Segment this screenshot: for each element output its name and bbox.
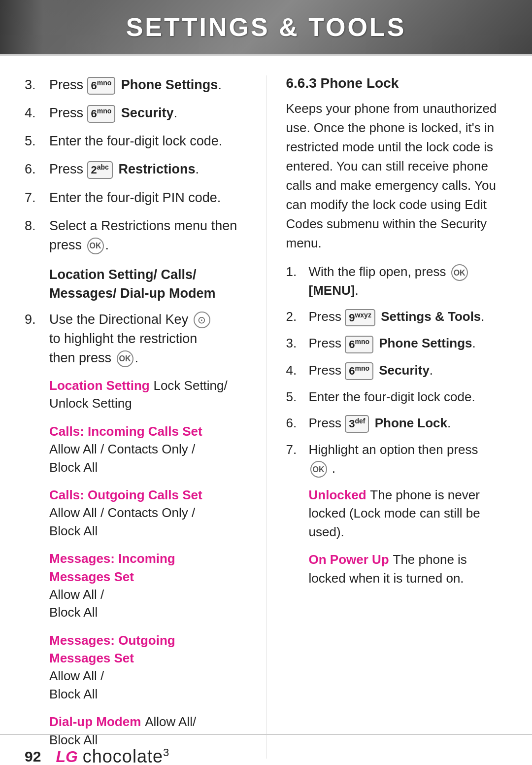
r-step-4-num: 4.: [286, 361, 309, 380]
step-4-num: 4.: [25, 104, 49, 123]
sub-text-calls-incoming: Allow All / Contacts Only /Block All: [49, 440, 246, 476]
brand-logo: LG chocolate3: [56, 746, 169, 765]
page-title: SETTINGS & TOOLS: [126, 12, 406, 42]
step-7-num: 7.: [25, 188, 49, 208]
ok-icon-r7: OK: [310, 461, 327, 478]
brand-name-text: chocolate3: [83, 746, 169, 765]
section-intro: Keeps your phone from unauthorized use. …: [286, 99, 508, 253]
option-label-unlocked: Unlocked: [309, 487, 366, 502]
step-8: 8. Select a Restrictions menu then press…: [25, 216, 246, 255]
r-step-2: 2. Press 9wxyz Settings & Tools.: [286, 308, 508, 326]
step-9: 9. Use the Directional Key ⊙ to highligh…: [25, 310, 246, 368]
step-5-num: 5.: [25, 132, 49, 151]
ok-icon-2: OK: [117, 350, 133, 367]
sub-label-calls-outgoing: Calls: Outgoing Calls Set: [49, 486, 246, 504]
subsection-messages-outgoing: Messages: OutgoingMessages Set Allow All…: [49, 631, 246, 703]
r-step-2-num: 2.: [286, 308, 309, 326]
header-photo: [0, 0, 108, 54]
step-7: 7. Enter the four-digit PIN code.: [25, 188, 246, 208]
page-header: SETTINGS & TOOLS: [0, 0, 532, 54]
subsection-location-setting: Location Setting Lock Setting/ Unlock Se…: [49, 377, 246, 413]
option-on-power-up: On Power Up The phone is locked when it …: [309, 551, 508, 588]
option-unlocked: Unlocked The phone is never locked (Lock…: [309, 486, 508, 542]
key-6mno-1: 6mno: [87, 77, 116, 95]
step-8-num: 8.: [25, 216, 49, 255]
step-5: 5. Enter the four-digit lock code.: [25, 132, 246, 151]
step-6-num: 6.: [25, 160, 49, 179]
r-step-2-content: Press 9wxyz Settings & Tools.: [309, 308, 485, 326]
step-3: 3. Press 6mno Phone Settings.: [25, 75, 246, 95]
step-3-num: 3.: [25, 75, 49, 95]
key-3def: 3def: [345, 415, 369, 433]
key-6mno-2: 6mno: [87, 105, 116, 123]
key-2abc: 2abc: [87, 161, 113, 179]
left-column: 3. Press 6mno Phone Settings. 4. Press 6…: [25, 75, 246, 759]
section-heading-location: Location Setting/ Calls/Messages/ Dial-u…: [49, 266, 246, 303]
step-9-content: Use the Directional Key ⊙ to highlight t…: [49, 310, 212, 368]
ok-icon-1: OK: [87, 238, 104, 254]
main-content: 3. Press 6mno Phone Settings. 4. Press 6…: [0, 56, 532, 765]
page-footer: 92 LG chocolate3: [0, 734, 532, 765]
subsection-messages-incoming: Messages: IncomingMessages Set Allow All…: [49, 550, 246, 622]
r-step-6-content: Press 3def Phone Lock.: [309, 414, 451, 433]
r-step-7: 7. Highlight an option then press OK .: [286, 441, 508, 478]
sub-text-calls-outgoing: Allow All / Contacts Only /Block All: [49, 504, 246, 540]
sub-label-messages-outgoing: Messages: OutgoingMessages Set: [49, 631, 246, 667]
step-8-content: Select a Restrictions menu then press OK…: [49, 216, 246, 255]
r-step-7-content: Highlight an option then press OK .: [309, 441, 478, 478]
r-step-3: 3. Press 6mno Phone Settings.: [286, 334, 508, 353]
step-6: 6. Press 2abc Restrictions.: [25, 160, 246, 179]
r-step-1: 1. With the flip open, press OK [MENU].: [286, 263, 508, 300]
sub-text-messages-outgoing: Allow All /Block All: [49, 667, 246, 703]
r-step-5-content: Enter the four-digit lock code.: [309, 388, 475, 407]
sub-label-location: Location Setting: [49, 378, 150, 393]
sub-label-dialup: Dial-up Modem: [49, 714, 141, 729]
r-step-6-num: 6.: [286, 414, 309, 433]
step-6-content: Press 2abc Restrictions.: [49, 160, 199, 179]
ok-icon-r1: OK: [451, 264, 468, 281]
r-step-6: 6. Press 3def Phone Lock.: [286, 414, 508, 433]
key-6mno-r4: 6mno: [345, 362, 373, 380]
step-5-content: Enter the four-digit lock code.: [49, 132, 222, 151]
key-9wxyz: 9wxyz: [345, 309, 375, 327]
subsection-calls-incoming: Calls: Incoming Calls Set Allow All / Co…: [49, 422, 246, 476]
r-step-5-num: 5.: [286, 388, 309, 407]
step-4-content: Press 6mno Security.: [49, 104, 177, 123]
r-step-1-num: 1.: [286, 263, 309, 300]
step-9-num: 9.: [25, 310, 49, 368]
r-step-3-content: Press 6mno Phone Settings.: [309, 334, 476, 353]
step-4: 4. Press 6mno Security.: [25, 104, 246, 123]
r-step-5: 5. Enter the four-digit lock code.: [286, 388, 508, 407]
brand-lg-text: LG: [56, 748, 77, 765]
subsection-calls-outgoing: Calls: Outgoing Calls Set Allow All / Co…: [49, 486, 246, 540]
step-7-content: Enter the four-digit PIN code.: [49, 188, 221, 208]
section-title-phonelock: 6.6.3 Phone Lock: [286, 75, 508, 91]
sub-label-calls-incoming: Calls: Incoming Calls Set: [49, 422, 246, 440]
r-step-1-content: With the flip open, press OK [MENU].: [309, 263, 469, 300]
r-step-7-num: 7.: [286, 441, 309, 478]
r-step-4: 4. Press 6mno Security.: [286, 361, 508, 380]
r-step-3-num: 3.: [286, 334, 309, 353]
step-3-content: Press 6mno Phone Settings.: [49, 75, 222, 95]
r-step-4-content: Press 6mno Security.: [309, 361, 433, 380]
option-label-onpowerup: On Power Up: [309, 552, 389, 567]
key-6mno-r3: 6mno: [345, 336, 373, 353]
sub-text-messages-incoming: Allow All /Block All: [49, 586, 246, 622]
sub-label-messages-incoming: Messages: IncomingMessages Set: [49, 550, 246, 586]
page-number: 92: [25, 748, 41, 765]
right-column: 6.6.3 Phone Lock Keeps your phone from u…: [266, 75, 508, 759]
directional-icon: ⊙: [194, 312, 210, 328]
